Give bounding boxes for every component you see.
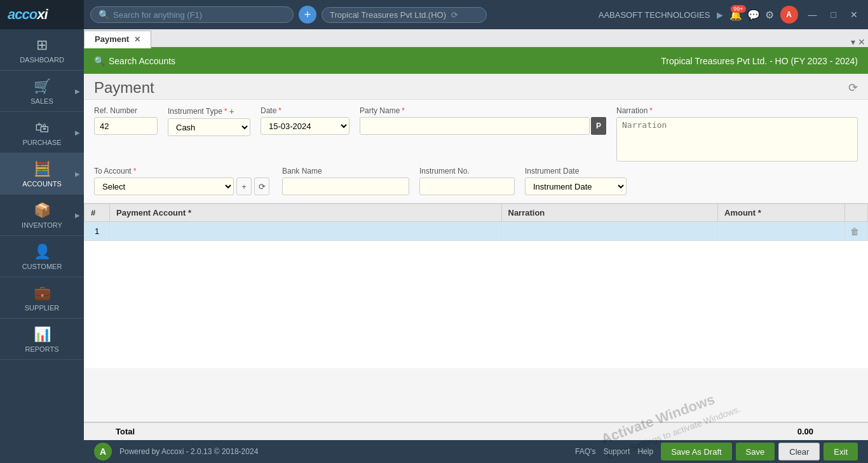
- tab-close-button[interactable]: ✕: [858, 37, 865, 47]
- inventory-icon: 📦: [34, 202, 51, 219]
- search-icon: 🔍: [98, 10, 109, 20]
- col-header-account: Payment Account *: [110, 204, 502, 222]
- search-icon: 🔍: [94, 56, 105, 66]
- instrument-no-label: Instrument No.: [419, 167, 515, 176]
- supplier-icon: 💼: [34, 285, 51, 301]
- refresh-icon[interactable]: ⟳: [451, 10, 458, 20]
- exit-button[interactable]: Exit: [824, 443, 858, 460]
- arrow-icon: ▶: [717, 10, 723, 20]
- sidebar-item-label: CUSTOMER: [22, 263, 62, 270]
- add-instrument-button[interactable]: +: [229, 106, 234, 116]
- add-button[interactable]: +: [299, 6, 316, 24]
- total-amount: 0.00: [718, 427, 845, 436]
- search-box[interactable]: 🔍: [90, 6, 294, 23]
- sidebar-item-sales[interactable]: 🛒 SALES ▶: [0, 71, 84, 112]
- main-area: 🔍 + Tropical Treasures Pvt Ltd.(HO) ⟳ AA…: [84, 0, 868, 463]
- instrument-no-input[interactable]: [419, 177, 515, 195]
- tabbar: Payment ✕ ▾ ✕: [84, 29, 868, 48]
- support-link[interactable]: Support: [603, 447, 630, 456]
- to-account-select[interactable]: Select: [94, 177, 234, 195]
- dashboard-icon: ⊞: [36, 37, 48, 53]
- notification-badge: 99+: [731, 5, 745, 13]
- party-name-group: Party Name * P: [360, 106, 606, 135]
- sidebar-item-dashboard[interactable]: ⊞ DASHBOARD: [0, 29, 84, 71]
- help-link[interactable]: Help: [637, 447, 653, 456]
- form-area: Payment ⟳ Ref. Number Instrument Type * …: [84, 74, 868, 440]
- col-header-amount: Amount *: [718, 204, 845, 222]
- topbar-right: AABASOFT TECHNOLOGIES ▶ 🔔 99+ 💬 ⚙ A — □ …: [599, 6, 862, 24]
- tab-controls: ▾ ✕: [851, 37, 868, 47]
- ref-number-group: Ref. Number: [94, 106, 158, 135]
- row-narration[interactable]: [501, 222, 718, 241]
- refresh-account-button[interactable]: ⟳: [254, 177, 269, 195]
- sidebar: accoxi ⊞ DASHBOARD 🛒 SALES ▶ 🛍 PURCHASE …: [0, 0, 84, 463]
- date-select[interactable]: 15-03-2024: [261, 117, 349, 135]
- company-name: AABASOFT TECHNOLOGIES: [599, 10, 710, 20]
- bank-name-input[interactable]: [282, 177, 409, 195]
- refresh-icon[interactable]: ⟳: [848, 81, 858, 95]
- row-amount[interactable]: [718, 222, 845, 241]
- party-input-wrap: P: [360, 117, 606, 135]
- party-name-label: Party Name *: [360, 106, 606, 115]
- notification-button[interactable]: 🔔 99+: [729, 9, 742, 21]
- sidebar-item-label: SUPPLIER: [25, 304, 59, 312]
- save-button[interactable]: Save: [736, 443, 775, 460]
- instrument-type-group: Instrument Type * + Cash Cheque DD NEFT …: [168, 106, 250, 136]
- sidebar-item-accounts[interactable]: 🧮 ACCOUNTS ▶: [0, 153, 84, 195]
- table-row-empty: [85, 241, 868, 368]
- message-button[interactable]: 💬: [747, 9, 760, 21]
- footer: A Powered by Accoxi - 2.0.13 © 2018-2024…: [84, 440, 868, 463]
- sidebar-item-inventory[interactable]: 📦 INVENTORY ▶: [0, 195, 84, 236]
- date-label: Date *: [261, 106, 349, 115]
- instrument-date-label: Instrument Date: [525, 167, 627, 176]
- chevron-right-icon: ▶: [75, 170, 80, 177]
- search-input[interactable]: [113, 10, 266, 20]
- chevron-right-icon: ▶: [75, 129, 80, 136]
- minimize-button[interactable]: —: [804, 8, 821, 21]
- instrument-date-select[interactable]: Instrument Date: [525, 177, 627, 195]
- search-accounts-label: Search Accounts: [109, 56, 175, 66]
- row-account[interactable]: [110, 222, 502, 241]
- party-name-input[interactable]: [360, 117, 590, 135]
- search-accounts-button[interactable]: 🔍 Search Accounts: [94, 56, 175, 66]
- instrument-type-label: Instrument Type * +: [168, 106, 250, 116]
- footer-logo: A: [94, 443, 112, 460]
- to-account-label: To Account *: [94, 167, 272, 176]
- to-account-group: To Account * Select + ⟳: [94, 167, 272, 195]
- party-p-button[interactable]: P: [591, 117, 606, 135]
- sidebar-item-purchase[interactable]: 🛍 PURCHASE ▶: [0, 112, 84, 153]
- narration-textarea[interactable]: [616, 117, 858, 162]
- add-account-button[interactable]: +: [236, 177, 252, 195]
- save-as-draft-button[interactable]: Save As Draft: [661, 443, 731, 460]
- settings-button[interactable]: ⚙: [765, 9, 774, 21]
- instrument-type-select[interactable]: Cash Cheque DD NEFT RTGS: [168, 118, 250, 136]
- chevron-right-icon: ▶: [75, 212, 80, 219]
- maximize-button[interactable]: □: [827, 8, 840, 21]
- sidebar-item-customer[interactable]: 👤 CUSTOMER: [0, 236, 84, 277]
- total-label: Total: [84, 427, 476, 436]
- row-num: 1: [85, 222, 110, 241]
- date-group: Date * 15-03-2024: [261, 106, 349, 135]
- faqs-link[interactable]: FAQ's: [575, 447, 595, 456]
- form-title-bar: Payment ⟳: [84, 74, 868, 100]
- powered-by-text: Powered by Accoxi - 2.0.13 © 2018-2024: [119, 447, 258, 456]
- app-logo: accoxi: [0, 0, 84, 29]
- row-delete[interactable]: 🗑: [845, 222, 868, 241]
- required-marker: *: [278, 106, 281, 115]
- tab-collapse-button[interactable]: ▾: [851, 37, 855, 47]
- close-button[interactable]: ✕: [846, 8, 862, 21]
- sidebar-item-reports[interactable]: 📊 REPORTS: [0, 319, 84, 360]
- tab-label: Payment: [95, 34, 129, 44]
- notification-area: 🔔 99+ 💬 ⚙: [729, 9, 774, 21]
- sidebar-item-supplier[interactable]: 💼 SUPPLIER: [0, 277, 84, 319]
- close-icon[interactable]: ✕: [134, 35, 140, 44]
- ref-number-input[interactable]: [94, 117, 158, 135]
- narration-group: Narration *: [616, 106, 858, 162]
- to-account-wrap: Select + ⟳: [94, 177, 272, 195]
- table-row: 1 🗑: [85, 222, 868, 241]
- fields-row-2: To Account * Select + ⟳ Bank Name: [94, 167, 858, 195]
- delete-row-button[interactable]: 🗑: [850, 226, 859, 237]
- tab-payment[interactable]: Payment ✕: [84, 31, 151, 48]
- instrument-no-group: Instrument No.: [419, 167, 515, 195]
- clear-button[interactable]: Clear: [778, 443, 820, 460]
